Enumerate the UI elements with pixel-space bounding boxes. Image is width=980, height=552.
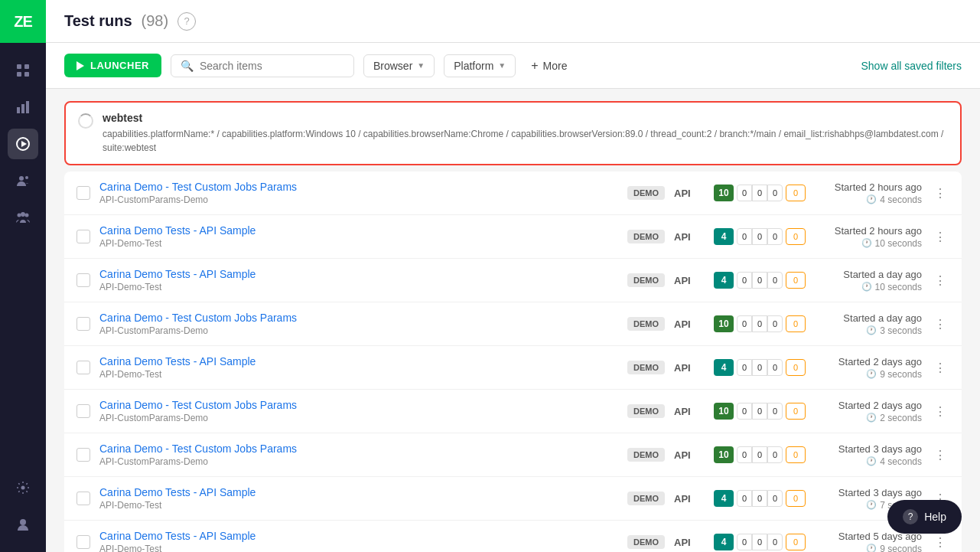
app-logo[interactable]: ZE: [0, 0, 46, 43]
sidebar-item-settings[interactable]: [8, 472, 38, 503]
score-num-0: 10: [714, 185, 734, 201]
svg-rect-4: [17, 107, 20, 113]
row-checkbox-4[interactable]: [77, 361, 90, 374]
show-filters-button[interactable]: Show all saved filters: [861, 60, 962, 72]
score-block-2: 4 000 0: [714, 272, 806, 289]
sidebar-item-team[interactable]: [8, 202, 38, 233]
row-name-3[interactable]: Carina Demo - Test Custom Jobs Params: [99, 312, 618, 324]
time-block-3: Started a day ago 🕐 3 seconds: [815, 312, 922, 336]
score-cells-5: 000: [737, 403, 783, 420]
more-button[interactable]: + More: [525, 54, 573, 77]
main-content: Test runs (98) ? LAUNCHER 🔍 Browser ▼ Pl…: [46, 0, 980, 552]
sidebar-item-profile[interactable]: [8, 509, 38, 540]
platform-filter-button[interactable]: Platform ▼: [444, 54, 516, 77]
score-block-3: 10 000 0: [714, 315, 806, 332]
demo-badge-6: DEMO: [627, 448, 665, 462]
help-fab-button[interactable]: ? Help: [887, 500, 962, 534]
time-block-4: Started 2 days ago 🕐 9 seconds: [815, 356, 922, 380]
demo-badge-7: DEMO: [627, 492, 665, 505]
table-row: Carina Demo Tests - API Sample API-Demo-…: [64, 521, 962, 552]
row-name-block-5: Carina Demo - Test Custom Jobs Params AP…: [99, 399, 618, 423]
browser-filter-button[interactable]: Browser ▼: [363, 54, 435, 77]
score-orange-4: 0: [786, 359, 806, 376]
sidebar-bottom: [8, 472, 38, 552]
row-checkbox-2[interactable]: [77, 273, 90, 287]
row-name-4[interactable]: Carina Demo Tests - API Sample: [99, 355, 618, 367]
row-checkbox-8[interactable]: [77, 535, 90, 549]
time-ago-4: Started 2 days ago: [815, 356, 922, 367]
row-checkbox-1[interactable]: [77, 230, 90, 243]
clock-icon: 🕐: [866, 194, 877, 204]
time-duration-3: 🕐 3 seconds: [815, 325, 922, 336]
score-cell: 0: [767, 403, 783, 420]
score-num-3: 10: [714, 315, 734, 332]
sidebar-item-chart[interactable]: [8, 92, 38, 122]
toolbar: LAUNCHER 🔍 Browser ▼ Platform ▼ + More S…: [46, 43, 980, 89]
api-badge-3: API: [674, 318, 705, 330]
sidebar-item-runs[interactable]: [8, 129, 38, 159]
demo-badge-3: DEMO: [627, 317, 665, 331]
row-checkbox-7[interactable]: [77, 492, 90, 505]
clock-icon: 🕐: [866, 325, 877, 335]
duration-text-8: 9 seconds: [880, 544, 922, 553]
row-checkbox-0[interactable]: [77, 186, 90, 200]
row-sub-0: API-CustomParams-Demo: [99, 194, 618, 205]
row-name-5[interactable]: Carina Demo - Test Custom Jobs Params: [99, 399, 618, 411]
row-menu-1[interactable]: ⋮: [931, 227, 949, 246]
help-circle-icon: ?: [903, 509, 918, 524]
score-cells-4: 000: [737, 359, 783, 376]
svg-point-11: [18, 214, 21, 217]
row-menu-2[interactable]: ⋮: [931, 271, 949, 289]
row-menu-0[interactable]: ⋮: [931, 184, 949, 202]
score-cells-6: 000: [737, 446, 783, 463]
chevron-down-icon: ▼: [417, 61, 425, 70]
score-block-5: 10 000 0: [714, 403, 806, 420]
row-name-0[interactable]: Carina Demo - Test Custom Jobs Params: [99, 181, 618, 193]
clock-icon: 🕐: [866, 500, 877, 510]
row-name-1[interactable]: Carina Demo Tests - API Sample: [99, 224, 618, 237]
table-row: Carina Demo Tests - API Sample API-Demo-…: [64, 215, 962, 259]
time-block-5: Started 2 days ago 🕐 2 seconds: [815, 400, 922, 423]
row-menu-3[interactable]: ⋮: [931, 315, 949, 333]
row-sub-6: API-CustomParams-Demo: [99, 456, 618, 467]
sidebar-item-grid[interactable]: [8, 55, 38, 86]
score-cell: 0: [752, 490, 767, 507]
svg-marker-8: [21, 141, 27, 147]
search-input[interactable]: [200, 60, 344, 72]
score-cell: 0: [737, 228, 752, 245]
row-name-block-8: Carina Demo Tests - API Sample API-Demo-…: [99, 530, 618, 552]
score-cell: 0: [767, 359, 783, 376]
api-badge-4: API: [674, 362, 705, 374]
help-icon[interactable]: ?: [177, 12, 196, 31]
row-name-6[interactable]: Carina Demo - Test Custom Jobs Params: [99, 443, 618, 455]
score-orange-5: 0: [786, 403, 806, 420]
svg-rect-5: [21, 104, 24, 113]
row-menu-6[interactable]: ⋮: [931, 446, 949, 464]
score-cells-7: 000: [737, 490, 783, 507]
time-ago-6: Started 3 days ago: [815, 443, 922, 455]
clock-icon: 🕐: [866, 369, 877, 379]
row-name-block-2: Carina Demo Tests - API Sample API-Demo-…: [99, 268, 618, 292]
row-menu-5[interactable]: ⋮: [931, 402, 949, 420]
launcher-button[interactable]: LAUNCHER: [64, 54, 161, 77]
row-checkbox-6[interactable]: [77, 448, 90, 462]
sidebar-item-users[interactable]: [8, 165, 38, 196]
filter-name: webtest: [103, 112, 948, 124]
row-checkbox-3[interactable]: [77, 317, 90, 331]
row-menu-8[interactable]: ⋮: [931, 533, 949, 551]
row-checkbox-5[interactable]: [77, 404, 90, 418]
row-name-7[interactable]: Carina Demo Tests - API Sample: [99, 486, 618, 498]
row-name-2[interactable]: Carina Demo Tests - API Sample: [99, 268, 618, 280]
score-cell: 0: [752, 403, 767, 420]
page-title: Test runs: [64, 12, 132, 30]
row-name-8[interactable]: Carina Demo Tests - API Sample: [99, 530, 618, 542]
svg-point-12: [25, 214, 29, 217]
loading-spinner: [78, 113, 93, 129]
demo-badge-0: DEMO: [627, 186, 665, 200]
score-cells-1: 000: [737, 228, 783, 245]
score-cell: 0: [752, 534, 767, 550]
sidebar-nav: [0, 43, 46, 472]
row-menu-4[interactable]: ⋮: [931, 358, 949, 377]
score-block-8: 4 000 0: [714, 534, 806, 550]
run-count: (98): [142, 12, 169, 30]
